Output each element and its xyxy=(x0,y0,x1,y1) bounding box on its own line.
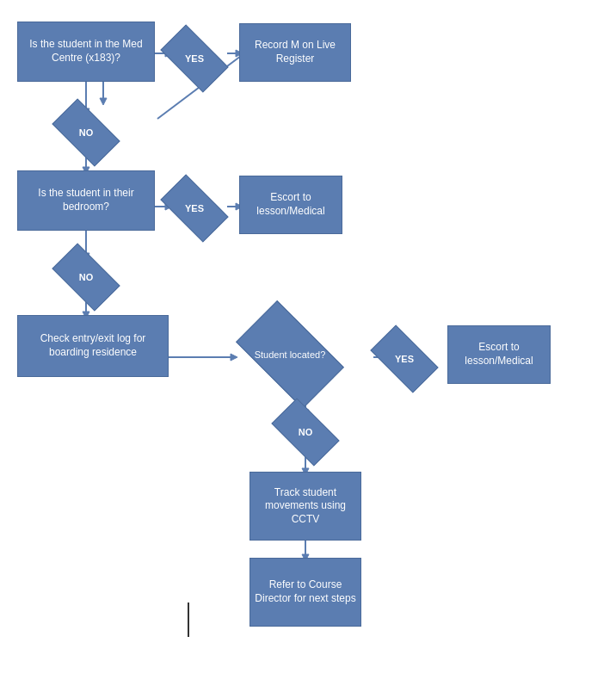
yes3-diamond: YES xyxy=(370,338,439,380)
student-located-label: Student located? xyxy=(251,349,329,360)
svg-marker-1 xyxy=(100,98,107,105)
track-cctv-box: Track student movements using CCTV xyxy=(249,472,361,541)
flowchart: Is the student in the Med Centre (x183)?… xyxy=(0,0,616,686)
yes2-diamond: YES xyxy=(160,188,229,229)
no1-diamond: NO xyxy=(52,112,120,153)
record-m-box: Record M on Live Register xyxy=(239,23,351,82)
escort-located-box: Escort to lesson/Medical xyxy=(447,325,551,384)
no3-diamond: NO xyxy=(271,411,340,453)
check-log-box: Check entry/exit log for boarding reside… xyxy=(17,315,169,377)
student-located-diamond-container: Student located? xyxy=(234,320,346,389)
bedroom-box: Is the student in their bedroom? xyxy=(17,170,155,231)
cursor-indicator xyxy=(188,603,189,637)
escort-bedroom-box: Escort to lesson/Medical xyxy=(239,176,342,234)
med-centre-box: Is the student in the Med Centre (x183)? xyxy=(17,22,155,82)
refer-director-box: Refer to Course Director for next steps xyxy=(249,558,361,627)
no2-diamond: NO xyxy=(52,256,120,298)
yes1-diamond: YES xyxy=(160,38,229,79)
